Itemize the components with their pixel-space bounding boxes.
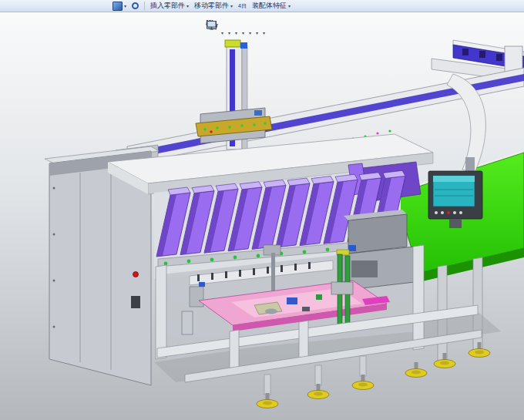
solidworks-window: ▾ 插入零部件 ▾ 移动零部件 ▾ 4日 装配体特征 ▾: [0, 0, 524, 420]
insert-component-icon: [113, 2, 123, 11]
insert-component-menu[interactable]: 插入零部件 ▾: [150, 1, 189, 11]
heads-up-view-toolbar: ▾ ▾ ▾ ▾ ▾ ▾ ▾: [206, 19, 267, 36]
graphics-area[interactable]: ▾ ▾ ▾ ▾ ▾ ▾ ▾: [0, 0, 524, 420]
chevron-down-icon: ▾: [288, 4, 291, 8]
view-orientation-button[interactable]: ▾: [227, 19, 232, 36]
gray-unit-upper: [348, 214, 407, 254]
chevron-down-icon: ▾: [242, 31, 244, 35]
chevron-down-icon: ▾: [235, 31, 237, 35]
chevron-down-icon: ▾: [124, 4, 126, 8]
display-style-button[interactable]: ▾: [233, 19, 239, 36]
button-label: 移动零部件: [194, 1, 229, 11]
move-component-menu[interactable]: 移动零部件 ▾: [194, 1, 233, 11]
clipped-vertical-label: 4日: [238, 4, 247, 8]
apply-scene-button[interactable]: ▾: [254, 19, 260, 36]
mate-button[interactable]: [132, 2, 139, 9]
edit-appearance-button[interactable]: ▾: [247, 19, 253, 36]
cabinet-power-button: [133, 272, 139, 277]
button-label: 装配体特征: [252, 1, 287, 11]
section-view-button[interactable]: ▾: [220, 19, 225, 36]
view-settings-button[interactable]: ▾: [261, 19, 267, 36]
monitor-icon: [206, 19, 217, 31]
chevron-down-icon: ▾: [256, 31, 258, 35]
chevron-down-icon: ▾: [249, 31, 251, 35]
hide-show-items-button[interactable]: ▾: [240, 19, 246, 36]
chevron-down-icon: ▾: [230, 4, 233, 8]
column-cap: [225, 40, 240, 47]
command-manager: ▾ 插入零部件 ▾ 移动零部件 ▾ 4日 装配体特征 ▾: [0, 0, 524, 12]
assembly-features-menu[interactable]: 装配体特征 ▾: [252, 1, 291, 11]
chevron-down-icon: ▾: [263, 31, 265, 35]
mate-icon: [132, 2, 139, 9]
machine-3d-model: [0, 0, 524, 420]
chevron-down-icon: ▾: [221, 31, 223, 35]
cabinet-handle: [131, 296, 140, 308]
chevron-down-icon: ▾: [186, 4, 189, 8]
toolbar-separator: [144, 2, 145, 10]
button-label: 插入零部件: [150, 1, 185, 11]
chevron-down-icon: ▾: [228, 31, 230, 35]
insert-component-button[interactable]: ▾: [113, 2, 126, 11]
